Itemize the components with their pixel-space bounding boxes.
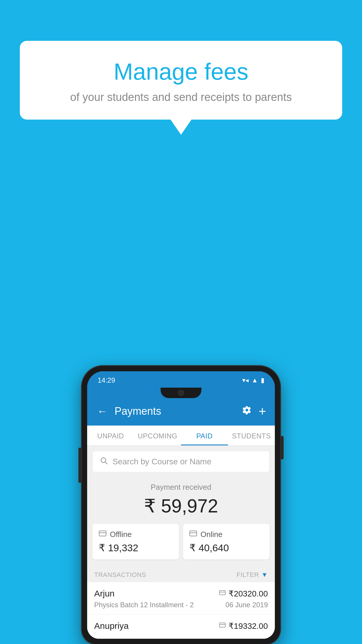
tab-students[interactable]: STUDENTS — [228, 426, 275, 445]
filter-label: FILTER — [237, 571, 259, 579]
cash-icon — [99, 530, 106, 539]
status-bar: 14:29 ▾◂ ▲ ▮ — [87, 371, 275, 388]
status-time: 14:29 — [98, 376, 115, 384]
front-camera — [178, 390, 184, 396]
svg-rect-2 — [99, 531, 106, 536]
speech-bubble-title: Manage fees — [34, 58, 328, 85]
status-icons: ▾◂ ▲ ▮ — [242, 377, 264, 384]
header-icons: + — [242, 404, 266, 419]
transactions-label: TRANSACTIONS — [94, 571, 146, 579]
transaction-date: 06 June 2019 — [226, 601, 268, 609]
card-payment-icon — [219, 589, 226, 598]
tab-paid[interactable]: PAID — [181, 426, 228, 445]
transaction-course: Physics Batch 12 Installment - 2 — [94, 601, 194, 609]
speech-bubble-container: Manage fees of your students and send re… — [20, 41, 342, 120]
transaction-item[interactable]: Arjun ₹20320.00 Physics — [87, 582, 275, 615]
svg-line-1 — [105, 462, 107, 464]
filter-button[interactable]: FILTER ▼ — [237, 571, 268, 579]
transaction-name: Arjun — [94, 589, 115, 598]
search-icon — [100, 456, 108, 467]
tabs-bar: UNPAID UPCOMING PAID STUDENTS — [87, 426, 275, 446]
phone-outer: 14:29 ▾◂ ▲ ▮ ← Payments — [82, 366, 280, 644]
phone-notch — [161, 388, 201, 398]
transaction-amount: ₹19332.00 — [229, 621, 268, 631]
payment-summary: Payment received ₹ 59,972 — [87, 472, 275, 524]
app-header: ← Payments + — [87, 398, 275, 426]
svg-rect-6 — [219, 591, 225, 595]
offline-amount: ₹ 19,332 — [99, 542, 173, 554]
payment-total-amount: ₹ 59,972 — [92, 495, 270, 517]
offline-payment-card: Offline ₹ 19,332 — [92, 524, 179, 559]
back-button[interactable]: ← — [96, 404, 109, 419]
signal-icon: ▲ — [252, 377, 258, 384]
payment-received-label: Payment received — [92, 483, 270, 492]
transaction-item[interactable]: Anupriya ₹19332.00 — [87, 615, 275, 639]
online-payment-card: Online ₹ 40,640 — [183, 524, 270, 559]
svg-rect-8 — [219, 623, 225, 627]
settings-icon[interactable] — [242, 405, 252, 417]
header-title: Payments — [115, 405, 236, 417]
transaction-amount: ₹20320.00 — [229, 589, 268, 598]
filter-icon: ▼ — [261, 571, 268, 579]
search-placeholder-text: Search by Course or Name — [113, 457, 211, 466]
cash-payment-icon — [219, 622, 226, 630]
notch-row — [87, 388, 275, 398]
phone-container: 14:29 ▾◂ ▲ ▮ ← Payments — [82, 366, 280, 644]
phone-inner: 14:29 ▾◂ ▲ ▮ ← Payments — [87, 371, 275, 639]
offline-label: Offline — [110, 530, 132, 539]
add-button[interactable]: + — [259, 404, 266, 419]
transactions-header: TRANSACTIONS FILTER ▼ — [87, 566, 275, 582]
transaction-name: Anupriya — [94, 621, 129, 631]
speech-bubble: Manage fees of your students and send re… — [20, 41, 342, 120]
wifi-icon: ▾◂ — [242, 377, 249, 384]
top-area: 14:29 ▾◂ ▲ ▮ ← Payments — [87, 371, 275, 426]
battery-icon: ▮ — [261, 377, 264, 384]
online-label: Online — [201, 530, 222, 539]
tab-upcoming[interactable]: UPCOMING — [134, 426, 181, 445]
speech-bubble-subtitle: of your students and send receipts to pa… — [34, 91, 328, 104]
online-amount: ₹ 40,640 — [189, 542, 263, 554]
tab-unpaid[interactable]: UNPAID — [87, 426, 134, 445]
search-bar[interactable]: Search by Course or Name — [92, 451, 270, 472]
svg-rect-4 — [190, 531, 197, 536]
payment-cards: Offline ₹ 19,332 — [87, 524, 275, 566]
main-content: Search by Course or Name Payment receive… — [87, 451, 275, 639]
card-icon — [189, 530, 197, 539]
